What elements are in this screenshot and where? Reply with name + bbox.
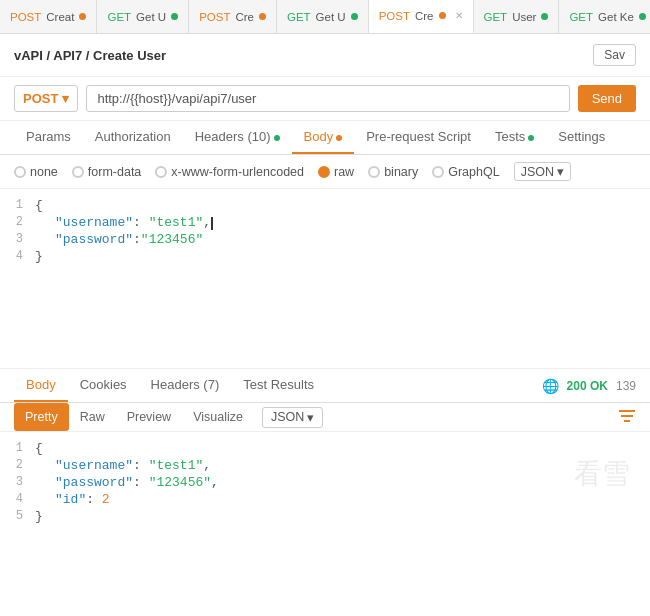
format-label: JSON xyxy=(521,165,554,179)
tab-post-create-active[interactable]: POST Cre ✕ xyxy=(369,0,474,33)
radio-circle-raw xyxy=(318,166,330,178)
tab-name-label: Cre xyxy=(235,11,254,23)
tab-get-key[interactable]: GET Get Ke xyxy=(559,0,650,33)
editor-line-2: 2 "username": "test1", xyxy=(0,214,650,231)
tab-prerequest[interactable]: Pre-request Script xyxy=(354,121,483,154)
radio-circle-binary xyxy=(368,166,380,178)
line-content: "password":"123456" xyxy=(35,232,650,247)
radio-urlencoded[interactable]: x-www-form-urlencoded xyxy=(155,165,304,179)
status-badge: 200 OK xyxy=(567,379,608,393)
editor-line-3: 3 "password":"123456" xyxy=(0,231,650,248)
response-status: 🌐 200 OK 139 xyxy=(542,378,636,394)
resp-format-label: JSON xyxy=(271,410,304,424)
radio-urlencoded-label: x-www-form-urlencoded xyxy=(171,165,304,179)
tab-label: GET xyxy=(287,11,311,23)
tab-label: GET xyxy=(107,11,131,23)
tab-headers[interactable]: Headers (10) xyxy=(183,121,292,154)
response-time: 139 xyxy=(616,379,636,393)
resp-format-select[interactable]: JSON ▾ xyxy=(262,407,323,428)
resp-line-3: 3 "password": "123456", xyxy=(0,474,650,491)
breadcrumb-title: Create User xyxy=(93,48,166,63)
line-number: 5 xyxy=(0,509,35,523)
tab-get-user[interactable]: GET User xyxy=(474,0,560,33)
url-input[interactable] xyxy=(86,85,569,112)
headers-dot xyxy=(274,135,280,141)
radio-circle-urlencoded xyxy=(155,166,167,178)
line-number: 3 xyxy=(0,475,35,489)
format-select[interactable]: JSON ▾ xyxy=(514,162,571,181)
radio-form-data[interactable]: form-data xyxy=(72,165,142,179)
tab-label: POST xyxy=(379,10,410,22)
line-number: 4 xyxy=(0,492,35,506)
save-button[interactable]: Sav xyxy=(593,44,636,66)
resp-line-1: 1 { xyxy=(0,440,650,457)
tab-dot xyxy=(171,13,178,20)
tab-body[interactable]: Body xyxy=(292,121,355,154)
chevron-down-icon: ▾ xyxy=(557,164,564,179)
radio-binary[interactable]: binary xyxy=(368,165,418,179)
header: vAPI / API7 / Create User Sav xyxy=(0,34,650,77)
key-username: "username" xyxy=(55,215,133,230)
code-editor[interactable]: 1 { 2 "username": "test1", 3 "password":… xyxy=(0,189,650,369)
send-button[interactable]: Send xyxy=(578,85,636,112)
resp-preview-tab[interactable]: Preview xyxy=(116,403,182,431)
line-content: "password": "123456", xyxy=(35,475,650,490)
radio-circle-none xyxy=(14,166,26,178)
tab-dot xyxy=(79,13,86,20)
radio-none[interactable]: none xyxy=(14,165,58,179)
tab-authorization[interactable]: Authorization xyxy=(83,121,183,154)
resp-val-username: "test1" xyxy=(149,458,204,473)
tab-dot xyxy=(259,13,266,20)
radio-raw[interactable]: raw xyxy=(318,165,354,179)
breadcrumb-sep2: / xyxy=(86,48,93,63)
resp-val-id: 2 xyxy=(102,492,110,507)
line-content: } xyxy=(35,249,650,264)
tab-name-label: Get Ke xyxy=(598,11,634,23)
resp-tab-body[interactable]: Body xyxy=(14,369,68,402)
resp-raw-tab[interactable]: Raw xyxy=(69,403,116,431)
radio-graphql[interactable]: GraphQL xyxy=(432,165,499,179)
tab-post-create-2[interactable]: POST Cre xyxy=(189,0,277,33)
line-number: 3 xyxy=(0,232,35,246)
line-content: { xyxy=(35,441,650,456)
tab-post-create-1[interactable]: POST Creat xyxy=(0,0,97,33)
tab-get-1[interactable]: GET Get U xyxy=(97,0,189,33)
tab-name-label: Get U xyxy=(316,11,346,23)
resp-val-password: "123456" xyxy=(149,475,211,490)
tab-params[interactable]: Params xyxy=(14,121,83,154)
resp-key-password: "password" xyxy=(55,475,133,490)
tab-name-label: Get U xyxy=(136,11,166,23)
line-number: 1 xyxy=(0,441,35,455)
radio-none-label: none xyxy=(30,165,58,179)
filter-icon[interactable] xyxy=(618,408,636,427)
tab-dot xyxy=(351,13,358,20)
resp-key-id: "id" xyxy=(55,492,86,507)
tab-label: GET xyxy=(569,11,593,23)
resp-tab-test-results[interactable]: Test Results xyxy=(231,369,326,402)
tab-dot xyxy=(639,13,646,20)
chevron-down-icon: ▾ xyxy=(62,91,69,106)
resp-line-5: 5 } xyxy=(0,508,650,525)
method-select[interactable]: POST ▾ xyxy=(14,85,78,112)
tab-settings[interactable]: Settings xyxy=(546,121,617,154)
tab-bar: POST Creat GET Get U POST Cre GET Get U … xyxy=(0,0,650,34)
breadcrumb: vAPI / API7 / Create User xyxy=(14,48,166,63)
response-code: 1 { 2 "username": "test1", 3 "password":… xyxy=(0,432,650,533)
tab-tests[interactable]: Tests xyxy=(483,121,546,154)
resp-pretty-tab[interactable]: Pretty xyxy=(14,403,69,431)
line-number: 4 xyxy=(0,249,35,263)
breadcrumb-api7[interactable]: API7 xyxy=(53,48,82,63)
radio-raw-label: raw xyxy=(334,165,354,179)
resp-tab-headers[interactable]: Headers (7) xyxy=(139,369,232,402)
tab-get-2[interactable]: GET Get U xyxy=(277,0,369,33)
tests-dot xyxy=(528,135,534,141)
resp-visualize-tab[interactable]: Visualize xyxy=(182,403,254,431)
chevron-down-icon: ▾ xyxy=(307,410,314,425)
line-content: "username": "test1", xyxy=(35,458,650,473)
close-icon[interactable]: ✕ xyxy=(455,10,463,21)
radio-circle-form-data xyxy=(72,166,84,178)
response-toolbar: Pretty Raw Preview Visualize JSON ▾ xyxy=(0,403,650,432)
url-bar: POST ▾ Send xyxy=(0,77,650,121)
resp-tab-cookies[interactable]: Cookies xyxy=(68,369,139,402)
breadcrumb-vapi[interactable]: vAPI xyxy=(14,48,43,63)
